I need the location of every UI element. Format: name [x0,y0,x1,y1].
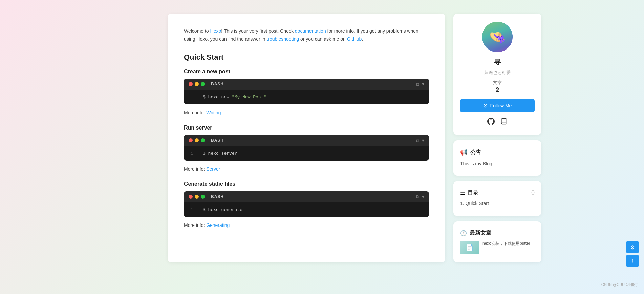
floating-buttons: ⚙ ↑ [626,241,639,267]
recent-title: 最新文章 [470,230,491,237]
troubleshooting-link[interactable]: troubleshooting [266,36,299,42]
watermark: CSDN @CRUD小能手 [601,282,639,287]
toc-title-row: ☰ 目录 0 [460,189,535,196]
code-dots-1 [189,82,205,86]
expand-icon-3: ▾ [422,194,424,199]
toc-count: 0 [531,189,535,196]
sidebar: 👒 寻 归途也还可爱 文章 2 ⊙ Follow Me [453,14,541,262]
toc-card: ☰ 目录 0 1. Quick Start [453,181,541,216]
documentation-link[interactable]: documentation [295,28,326,34]
github-circle-icon: ⊙ [483,102,488,109]
code-body-2: 1 $ hexo server [184,146,429,161]
code-body-3: 1 $ hexo generate [184,202,429,217]
code-header-left-1: BASH [189,82,224,86]
generate-code-block: BASH ⧉ ▾ 1 $ hexo generate [184,191,429,217]
expand-icon-1: ▾ [422,81,424,87]
dot-red-3 [189,195,193,199]
dot-green-1 [201,82,205,86]
create-post-code-block: BASH ⧉ ▾ 1 $ hexo new "My New Post" [184,79,429,104]
copy-icon-2: ⧉ [416,138,419,143]
dot-red-2 [189,138,193,142]
announcement-title-row: 📢 公告 [460,149,535,156]
scroll-top-button[interactable]: ↑ [626,255,639,267]
line-num-2: 1 [191,151,196,156]
code-header-left-2: BASH [189,138,224,143]
dot-green-2 [201,138,205,142]
code-header-2: BASH ⧉ ▾ [184,135,429,146]
profile-card: 👒 寻 归途也还可爱 文章 2 ⊙ Follow Me [453,14,541,135]
dot-yellow-2 [195,138,199,142]
intro-text-after-hexo: ! This is your very first post. Check [221,28,295,34]
recent-articles-card: 🕐 最新文章 📄 hexo安装，下载使用butter [453,221,541,262]
code-copy-btn-2[interactable]: ⧉ ▾ [416,138,424,143]
intro-text-before-hexo: Welcome to [184,28,210,34]
quick-start-heading: Quick Start [184,53,429,62]
code-header-3: BASH ⧉ ▾ [184,191,429,202]
follow-button[interactable]: ⊙ Follow Me [460,99,535,112]
social-icons [487,118,508,127]
more-info-1: More info: Writing [184,110,429,115]
follow-btn-label: Follow Me [490,103,512,109]
avatar-image: 👒 [482,22,513,52]
code-line-1: $ hexo new "My New Post" [203,95,266,100]
dot-yellow-1 [195,82,199,86]
code-dots-2 [189,138,205,142]
announcement-icon: 📢 [460,149,468,156]
announcement-card: 📢 公告 This is my Blog [453,140,541,176]
profile-stats: 文章 2 [493,80,502,94]
intro-text-after-trouble: or you can ask me on [299,36,347,42]
stat-value: 2 [496,86,499,94]
run-server-code-block: BASH ⧉ ▾ 1 $ hexo server [184,135,429,161]
recent-article-text-1: hexo安装，下载使用butter [482,241,530,247]
scroll-top-icon: ↑ [631,258,634,264]
profile-name: 寻 [494,58,501,67]
code-line-3: $ hexo generate [203,207,242,212]
avatar: 👒 [482,22,513,52]
book-icon[interactable] [500,118,508,127]
toc-title: 目录 [468,189,478,196]
code-copy-btn-1[interactable]: ⧉ ▾ [416,81,424,87]
dot-red-1 [189,82,193,86]
create-post-heading: Create a new post [184,68,429,75]
line-num-1: 1 [191,95,196,100]
line-num-3: 1 [191,207,196,212]
copy-icon-3: ⧉ [416,194,419,200]
code-copy-btn-3[interactable]: ⧉ ▾ [416,194,424,200]
toc-icon: ☰ [460,190,465,196]
announcement-body: This is my Blog [460,160,535,168]
more-info-3: More info: Generating [184,222,429,228]
generate-heading: Generate static files [184,181,429,187]
main-content: Welcome to Hexo! This is your very first… [168,14,445,262]
code-lang-2: BASH [211,138,224,143]
github-icon[interactable] [487,118,495,127]
intro-text-end: . [362,36,363,42]
more-info-2: More info: Server [184,166,429,172]
code-dots-3 [189,195,205,199]
generating-link[interactable]: Generating [206,222,230,228]
code-lang-1: BASH [211,82,224,86]
announcement-title: 公告 [470,149,481,156]
code-lang-3: BASH [211,194,224,199]
toc-item-1: 1. Quick Start [460,200,535,208]
recent-icon: 🕐 [460,230,467,236]
toc-left: ☰ 目录 [460,189,478,196]
expand-icon-2: ▾ [422,138,424,143]
avatar-emoji: 👒 [489,29,506,45]
dot-yellow-3 [195,195,199,199]
settings-button[interactable]: ⚙ [626,241,639,253]
settings-icon: ⚙ [630,244,635,251]
run-server-heading: Run server [184,125,429,131]
dot-green-3 [201,195,205,199]
server-link[interactable]: Server [206,166,220,172]
stat-label: 文章 [493,80,502,86]
copy-icon-1: ⧉ [416,81,419,87]
code-body-1: 1 $ hexo new "My New Post" [184,90,429,104]
profile-subtitle: 归途也还可爱 [484,70,511,76]
code-line-2: $ hexo server [203,151,237,156]
code-header-left-3: BASH [189,194,224,199]
recent-article-1: 📄 hexo安装，下载使用butter [460,241,535,254]
github-link[interactable]: GitHub [347,36,362,42]
writing-link[interactable]: Writing [206,110,221,115]
intro-paragraph: Welcome to Hexo! This is your very first… [184,27,429,43]
hexo-link[interactable]: Hexo [210,28,221,34]
